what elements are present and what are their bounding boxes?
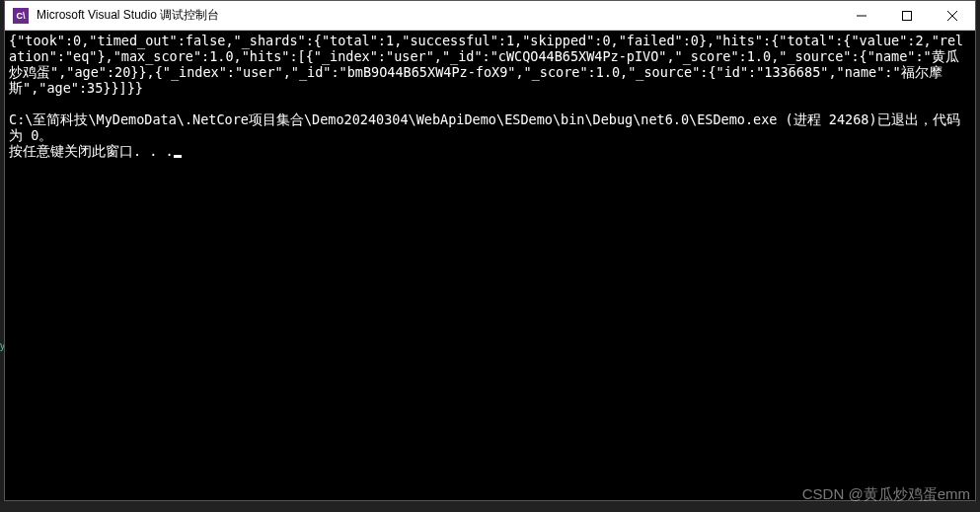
- cursor: [174, 155, 182, 158]
- app-icon: C\: [13, 8, 29, 24]
- maximize-button[interactable]: [884, 1, 930, 31]
- titlebar[interactable]: C\ Microsoft Visual Studio 调试控制台: [5, 1, 975, 31]
- console-exit-line: C:\至简科技\MyDemoData\.NetCore项目集合\Demo2024…: [9, 111, 971, 143]
- close-button[interactable]: [930, 1, 975, 31]
- minimize-button[interactable]: [839, 1, 884, 31]
- bottom-strip: [0, 501, 980, 512]
- close-icon: [947, 11, 957, 21]
- console-window: C\ Microsoft Visual Studio 调试控制台 {"took"…: [4, 0, 976, 501]
- window-title: Microsoft Visual Studio 调试控制台: [37, 7, 839, 24]
- minimize-icon: [857, 11, 867, 21]
- console-json-line: {"took":0,"timed_out":false,"_shards":{"…: [9, 33, 971, 96]
- console-prompt-line: 按任意键关闭此窗口. . .: [9, 143, 971, 159]
- console-output[interactable]: {"took":0,"timed_out":false,"_shards":{"…: [5, 31, 975, 500]
- maximize-icon: [902, 11, 912, 21]
- svg-rect-1: [903, 12, 912, 21]
- window-controls: [839, 1, 975, 30]
